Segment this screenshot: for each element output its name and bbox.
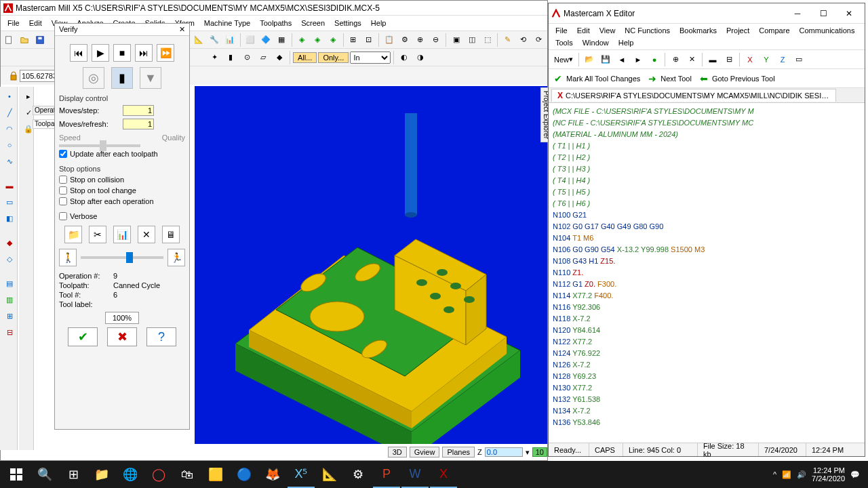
tb-q[interactable]: ⟳	[532, 33, 546, 47]
prev-label[interactable]: Goto Previous Tool	[712, 75, 775, 83]
moves-step-input[interactable]	[123, 105, 154, 116]
rewind-button[interactable]: ⏮	[70, 44, 87, 62]
et-g[interactable]: ⊟	[722, 52, 736, 67]
tb-n[interactable]: ◫	[465, 33, 479, 47]
tb-i[interactable]: 📋	[382, 33, 396, 47]
editor-close-button[interactable]: ✕	[836, 7, 862, 20]
mc-icon[interactable]: X⁵	[288, 461, 315, 488]
app3-icon[interactable]: 📐	[316, 461, 343, 488]
start-button[interactable]	[3, 461, 30, 488]
search-icon[interactable]: 🔍	[31, 461, 58, 488]
tb-a[interactable]: 📐	[192, 33, 206, 47]
sb-r2[interactable]: ▭	[1, 195, 18, 209]
all-button[interactable]: All...	[293, 52, 317, 63]
et-c[interactable]: ●	[647, 52, 662, 67]
tray-up-icon[interactable]: ^	[773, 470, 776, 479]
et-f[interactable]: ▬	[705, 52, 720, 67]
vf4[interactable]: ✕	[138, 226, 155, 243]
app4-icon[interactable]: ⚙	[344, 461, 372, 488]
emenu-view[interactable]: View	[595, 25, 620, 36]
play-button[interactable]: ▶	[92, 44, 109, 62]
menu-help[interactable]: Help	[367, 18, 391, 28]
tray-date[interactable]: 7/24/2020	[812, 474, 845, 483]
t2g[interactable]: ◑	[413, 50, 428, 65]
et-b[interactable]: ►	[631, 52, 646, 67]
ok-button[interactable]: ✔	[68, 327, 98, 346]
explorer-icon[interactable]: 📁	[88, 461, 115, 488]
unit-select[interactable]: In	[350, 52, 391, 64]
et-d[interactable]: ⊕	[668, 52, 683, 67]
sb-spl[interactable]: ∿	[1, 155, 18, 168]
tb-f[interactable]: ▦	[275, 33, 289, 47]
planes-button[interactable]: Planes	[442, 447, 475, 458]
menu-machine-type[interactable]: Machine Type	[200, 18, 254, 28]
et-j[interactable]: Z	[775, 52, 790, 67]
sb-s1[interactable]: ◆	[1, 236, 18, 249]
save-icon[interactable]	[33, 33, 47, 47]
mark-label[interactable]: Mark All Tool Changes	[566, 75, 640, 83]
stop-each-op-checkbox[interactable]	[59, 197, 67, 205]
menu-screen[interactable]: Screen	[297, 18, 329, 28]
t2c[interactable]: ⊙	[239, 50, 254, 65]
speed-slider[interactable]	[59, 144, 140, 147]
et-save-icon[interactable]: 💾	[598, 52, 613, 67]
new-button[interactable]: New ▾	[551, 52, 576, 67]
verify-close-icon[interactable]: ✕	[179, 25, 185, 34]
tray-notif-icon[interactable]: 💬	[850, 470, 860, 479]
emenu-edit[interactable]: Edit	[573, 25, 594, 36]
mode-tool-icon[interactable]: ▼	[140, 67, 161, 89]
menu-settings[interactable]: Settings	[330, 18, 366, 28]
next-label[interactable]: Next Tool	[660, 75, 692, 83]
only-button[interactable]: Only...	[318, 52, 349, 63]
emenu-win[interactable]: Window	[578, 37, 613, 48]
chrome-icon[interactable]: 🌐	[117, 461, 144, 488]
tb-l[interactable]: ⊖	[429, 33, 443, 47]
opera-icon[interactable]: ◯	[145, 461, 172, 488]
sb-t3[interactable]: ⊞	[1, 309, 18, 323]
et-a[interactable]: ◄	[614, 52, 629, 67]
op1[interactable]: ▸	[20, 89, 37, 103]
mode-turbo-icon[interactable]: ◎	[83, 67, 104, 89]
emenu-bm[interactable]: Bookmarks	[675, 25, 721, 36]
verbose-checkbox[interactable]	[59, 212, 67, 220]
et-i[interactable]: Y	[759, 52, 774, 67]
emenu-comm[interactable]: Communications	[795, 25, 859, 36]
t2a[interactable]: ✦	[207, 50, 222, 65]
t2f[interactable]: ◐	[397, 50, 412, 65]
ppt-icon[interactable]: P	[373, 461, 400, 488]
tray-vol-icon[interactable]: 🔊	[797, 470, 806, 479]
tb-d[interactable]: ⬜	[243, 33, 258, 47]
ff-button[interactable]: ⏩	[157, 44, 174, 62]
pencil-icon[interactable]: ✎	[500, 33, 515, 47]
sb-pt[interactable]: •	[1, 89, 18, 103]
step-button[interactable]: ⏭	[135, 44, 153, 62]
menu-edit[interactable]: Edit	[25, 18, 46, 28]
app1-icon[interactable]: 🟨	[202, 461, 229, 488]
sb-r1[interactable]: ▬	[1, 179, 18, 192]
operations-tab[interactable]: Operations	[33, 106, 56, 115]
t2e[interactable]: ◆	[272, 50, 287, 65]
emenu-cmp[interactable]: Compare	[755, 25, 793, 36]
tb-o[interactable]: ⬚	[480, 33, 494, 47]
run-icon[interactable]: 🏃	[167, 249, 185, 266]
emenu-proj[interactable]: Project	[722, 25, 753, 36]
gview-button[interactable]: Gview	[410, 447, 440, 458]
cube2-icon[interactable]: ◈	[311, 33, 325, 47]
taskview-icon[interactable]: ⊞	[60, 461, 87, 488]
update-checkbox[interactable]	[59, 150, 67, 158]
tb-b[interactable]: 🔧	[208, 33, 222, 47]
et-e[interactable]: ✕	[684, 52, 699, 67]
editor-min-button[interactable]: ─	[785, 7, 810, 20]
3d-button[interactable]: 3D	[388, 447, 407, 458]
editor-icon[interactable]: X	[430, 461, 457, 488]
app2-icon[interactable]: 🔵	[231, 461, 258, 488]
editor-tab[interactable]: XC:\USERS\RIF'A STYLES\DOCUMENTS\MY MCAM…	[551, 89, 836, 102]
tray-time[interactable]: 12:24 PM	[812, 466, 845, 474]
cube-icon[interactable]: ◈	[295, 33, 309, 47]
viewport-3d[interactable]	[195, 86, 547, 444]
stop-button[interactable]: ■	[113, 44, 131, 62]
code-area[interactable]: (MCX FILE - C:\USERS\RIF'A STYLES\DOCUME…	[549, 103, 865, 435]
emenu-tools[interactable]: Tools	[551, 37, 577, 48]
moves-refresh-input[interactable]	[123, 119, 154, 129]
sb-t4[interactable]: ⊟	[1, 325, 18, 339]
